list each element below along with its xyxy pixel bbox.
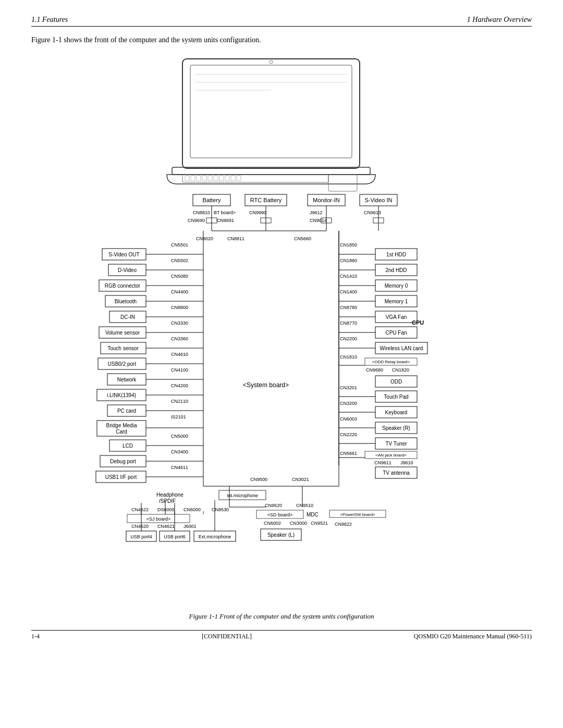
page-footer: 1-4 [CONFIDENTIAL] QOSMIO G20 Maintenanc… bbox=[31, 630, 532, 640]
svg-text:Volume sensor: Volume sensor bbox=[105, 330, 140, 336]
svg-text:Speaker (L): Speaker (L) bbox=[267, 532, 295, 538]
svg-text:BT board>: BT board> bbox=[214, 210, 236, 215]
svg-text:Ext.microphone: Ext.microphone bbox=[199, 534, 231, 539]
svg-text:CN9520: CN9520 bbox=[265, 503, 282, 508]
header-right: 1 Hardware Overview bbox=[467, 16, 532, 24]
laptop-illustration bbox=[167, 59, 375, 191]
svg-text:<System board>: <System board> bbox=[243, 381, 289, 389]
svg-text:<PowerSW board>: <PowerSW board> bbox=[340, 512, 375, 517]
header-bar: 1.1 Features 1 Hardware Overview bbox=[31, 16, 532, 27]
svg-text:i.LINK(1394): i.LINK(1394) bbox=[107, 392, 136, 398]
svg-text:CN4100: CN4100 bbox=[171, 367, 188, 373]
svg-text:CN6003: CN6003 bbox=[340, 416, 357, 422]
svg-text:CN1820: CN1820 bbox=[392, 367, 409, 373]
svg-text:CN1850: CN1850 bbox=[340, 242, 357, 248]
svg-text:CN5502: CN5502 bbox=[171, 258, 188, 263]
svg-text:CN9691: CN9691 bbox=[217, 218, 234, 223]
svg-text:DS6000: DS6000 bbox=[157, 507, 175, 512]
svg-text:CN4622: CN4622 bbox=[131, 507, 149, 512]
svg-text:CN2220: CN2220 bbox=[340, 432, 357, 437]
svg-rect-9 bbox=[197, 176, 201, 181]
svg-text:<SJ board>: <SJ board> bbox=[146, 516, 171, 522]
svg-text:<AN jack board>: <AN jack board> bbox=[375, 453, 407, 458]
footer-page-number: 1-4 bbox=[31, 633, 40, 640]
svg-text:Debug port: Debug port bbox=[110, 459, 136, 464]
svg-text:Bridge Media: Bridge Media bbox=[106, 423, 137, 428]
svg-text:Touch Pad: Touch Pad bbox=[384, 394, 408, 400]
svg-text:CPU Fan: CPU Fan bbox=[385, 330, 407, 336]
svg-text:DC-IN: DC-IN bbox=[120, 314, 135, 320]
svg-text:CN9614: CN9614 bbox=[310, 218, 327, 223]
svg-text:CPU: CPU bbox=[412, 319, 424, 326]
svg-text:CN9622: CN9622 bbox=[335, 522, 352, 527]
svg-text:CN5661: CN5661 bbox=[340, 451, 357, 456]
svg-text:CN9510: CN9510 bbox=[296, 503, 313, 508]
svg-text:ODD: ODD bbox=[390, 379, 402, 385]
svg-text:CN4621: CN4621 bbox=[157, 524, 175, 529]
svg-text:CN9680: CN9680 bbox=[366, 367, 383, 373]
svg-text:J9610: J9610 bbox=[400, 460, 413, 465]
svg-text:CN4200: CN4200 bbox=[171, 383, 188, 388]
svg-text:CN1400: CN1400 bbox=[340, 289, 357, 294]
svg-text:CN1410: CN1410 bbox=[340, 274, 357, 279]
svg-text:USB port4: USB port4 bbox=[130, 534, 152, 539]
svg-rect-1 bbox=[190, 65, 352, 158]
svg-text:J6001: J6001 bbox=[183, 524, 197, 529]
svg-text:CN9521: CN9521 bbox=[311, 521, 328, 526]
svg-text:CN5501: CN5501 bbox=[171, 242, 188, 248]
svg-rect-17 bbox=[328, 175, 357, 191]
svg-text:CN4620: CN4620 bbox=[131, 524, 149, 529]
svg-text:RGB connector: RGB connector bbox=[105, 283, 141, 289]
footer-manual-title: QOSMIO G20 Maintenance Manual (960-511) bbox=[414, 633, 532, 640]
svg-text:Memory 0: Memory 0 bbox=[385, 283, 408, 289]
svg-text:<SD board>: <SD board> bbox=[267, 512, 293, 517]
svg-text:CN3200: CN3200 bbox=[340, 401, 357, 406]
svg-text:TV Tuner: TV Tuner bbox=[385, 441, 407, 447]
svg-text:IS2101: IS2101 bbox=[171, 414, 186, 419]
svg-text:CN2110: CN2110 bbox=[171, 399, 188, 404]
figure-caption: Figure 1-1 Front of the computer and the… bbox=[31, 612, 532, 621]
svg-text:Battery: Battery bbox=[203, 197, 221, 203]
svg-rect-12 bbox=[214, 176, 218, 181]
svg-rect-8 bbox=[191, 176, 195, 181]
svg-text:<ODD Relay board>: <ODD Relay board> bbox=[372, 360, 410, 364]
svg-text:CN5660: CN5660 bbox=[294, 236, 311, 241]
svg-text:CN3021: CN3021 bbox=[292, 477, 309, 482]
svg-text:CN4400: CN4400 bbox=[171, 289, 188, 294]
svg-text:CN8810: CN8810 bbox=[193, 210, 210, 215]
svg-text:Card: Card bbox=[116, 429, 127, 435]
svg-text:TV antenna: TV antenna bbox=[383, 470, 410, 476]
svg-text:CN1810: CN1810 bbox=[340, 354, 357, 360]
svg-text:Memory 1: Memory 1 bbox=[385, 299, 408, 304]
svg-text:CN2200: CN2200 bbox=[340, 336, 357, 341]
svg-rect-7 bbox=[185, 176, 189, 181]
svg-text:USB1 I/F port: USB1 I/F port bbox=[105, 474, 137, 480]
svg-text:MDC: MDC bbox=[307, 512, 319, 517]
svg-text:LCD: LCD bbox=[123, 443, 133, 449]
svg-text:D-Video: D-Video bbox=[118, 267, 137, 273]
svg-text:CN5080: CN5080 bbox=[171, 274, 188, 279]
svg-text:Monitor-IN: Monitor-IN bbox=[313, 197, 339, 203]
svg-text:CN8780: CN8780 bbox=[340, 305, 357, 310]
svg-text:CN6002: CN6002 bbox=[264, 521, 281, 526]
svg-text:VGA Fan: VGA Fan bbox=[386, 314, 407, 320]
svg-rect-16 bbox=[237, 176, 241, 181]
svg-text:CN9500: CN9500 bbox=[250, 477, 267, 482]
header-left: 1.1 Features bbox=[31, 16, 68, 24]
svg-text:CN8770: CN8770 bbox=[340, 320, 357, 326]
svg-text:Touch  sensor: Touch sensor bbox=[107, 346, 139, 351]
svg-text:CN1860: CN1860 bbox=[340, 258, 357, 263]
svg-text:/SPDIF: /SPDIF bbox=[159, 498, 176, 504]
svg-text:CN6000: CN6000 bbox=[183, 507, 201, 512]
svg-rect-11 bbox=[208, 176, 212, 181]
svg-text:CN4611: CN4611 bbox=[171, 465, 188, 470]
svg-text:Int.microphone: Int.microphone bbox=[227, 493, 258, 498]
svg-text:CN9690: CN9690 bbox=[188, 218, 205, 223]
page-container: 1.1 Features 1 Hardware Overview Figure … bbox=[0, 0, 563, 728]
svg-text:CN3330: CN3330 bbox=[171, 320, 188, 326]
diagram-container: Battery RTC Battery Monitor-IN S-Video I… bbox=[42, 54, 521, 606]
svg-text:CN9530: CN9530 bbox=[212, 507, 229, 512]
svg-text:CN4610: CN4610 bbox=[171, 352, 188, 357]
svg-text:PC card: PC card bbox=[117, 408, 136, 414]
svg-text:S-Video OUT: S-Video OUT bbox=[108, 252, 139, 257]
